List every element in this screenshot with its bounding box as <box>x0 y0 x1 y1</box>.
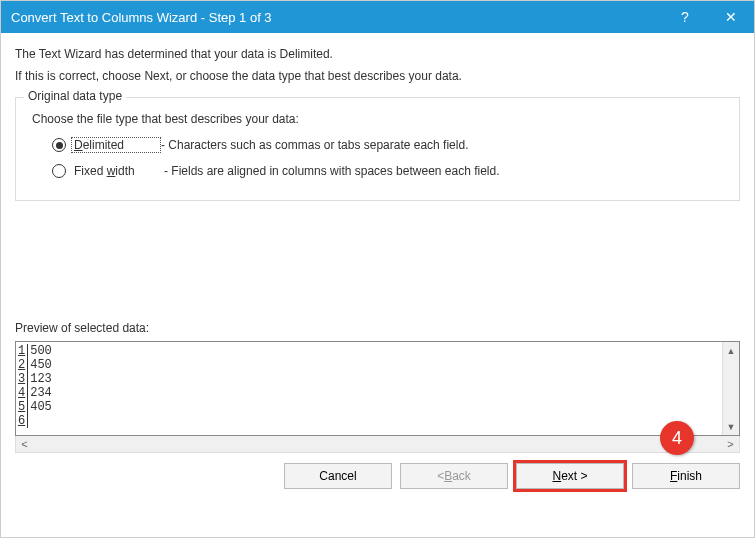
radio-fixed-width-desc: - Fields are aligned in columns with spa… <box>164 164 500 178</box>
preview-table: 1500 2450 3123 4234 5405 6 <box>18 344 52 428</box>
scroll-down-icon[interactable]: ▼ <box>723 418 739 435</box>
radio-fixed-width-label[interactable]: Fixed width <box>74 164 164 178</box>
group-description: Choose the file type that best describes… <box>32 112 727 126</box>
original-data-type-group: Original data type Choose the file type … <box>15 97 740 201</box>
radio-delimited[interactable] <box>52 138 66 152</box>
dialog-content: The Text Wizard has determined that your… <box>1 33 754 453</box>
annotation-callout: 4 <box>660 421 694 455</box>
preview-label: Preview of selected data: <box>15 321 740 335</box>
next-button[interactable]: Next > <box>516 463 624 489</box>
intro-text-1: The Text Wizard has determined that your… <box>15 47 740 61</box>
group-legend: Original data type <box>24 89 126 103</box>
finish-button[interactable]: Finish <box>632 463 740 489</box>
back-button: < Back <box>400 463 508 489</box>
preview-row: 3123 <box>18 372 52 386</box>
radio-fixed-width[interactable] <box>52 164 66 178</box>
titlebar: Convert Text to Columns Wizard - Step 1 … <box>1 1 754 33</box>
radio-fixed-width-row[interactable]: Fixed width - Fields are aligned in colu… <box>52 160 727 182</box>
preview-row: 1500 <box>18 344 52 358</box>
preview-box: 1500 2450 3123 4234 5405 6 ▲ ▼ <box>15 341 740 436</box>
close-button[interactable]: ✕ <box>708 1 754 33</box>
help-button[interactable]: ? <box>662 1 708 33</box>
horizontal-scrollbar[interactable]: < > <box>15 436 740 453</box>
intro-text-2: If this is correct, choose Next, or choo… <box>15 69 740 83</box>
window-title: Convert Text to Columns Wizard - Step 1 … <box>11 10 662 25</box>
scroll-up-icon[interactable]: ▲ <box>723 342 739 359</box>
preview-row: 4234 <box>18 386 52 400</box>
scroll-left-icon[interactable]: < <box>16 436 33 453</box>
radio-delimited-label[interactable]: Delimited <box>71 137 161 153</box>
scroll-right-icon[interactable]: > <box>722 436 739 453</box>
spacer <box>15 211 740 321</box>
preview-row: 2450 <box>18 358 52 372</box>
vertical-scrollbar[interactable]: ▲ ▼ <box>722 342 739 435</box>
radio-delimited-row[interactable]: Delimited - Characters such as commas or… <box>52 134 727 156</box>
cancel-button[interactable]: Cancel <box>284 463 392 489</box>
preview-content: 1500 2450 3123 4234 5405 6 <box>16 342 722 435</box>
preview-row: 5405 <box>18 400 52 414</box>
radio-delimited-desc: - Characters such as commas or tabs sepa… <box>161 138 468 152</box>
button-row: 4 Cancel < Back Next > Finish <box>1 463 754 501</box>
preview-row: 6 <box>18 414 52 428</box>
